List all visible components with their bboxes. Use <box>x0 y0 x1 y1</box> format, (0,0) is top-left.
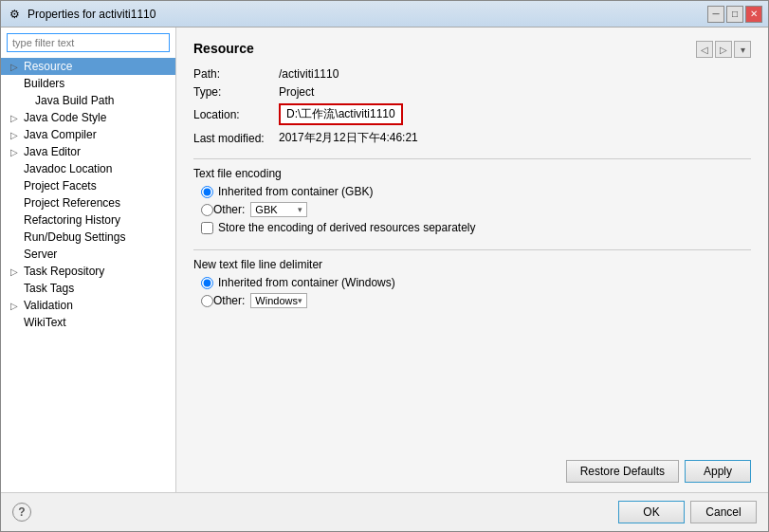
expand-arrow: ▷ <box>10 301 20 311</box>
radio-inherited-gbk-row: Inherited from container (GBK) <box>201 185 751 198</box>
last-modified-value: 2017年2月12日下午4:46:21 <box>279 130 418 146</box>
other-delimiter-label: Other: <box>213 294 245 307</box>
sidebar-item-project-references[interactable]: Project References <box>1 194 175 211</box>
line-delimiter-label: New text file line delimiter <box>193 258 751 271</box>
type-label: Type: <box>193 85 279 99</box>
expand-arrow: ▷ <box>10 113 20 123</box>
other-encoding-label: Other: <box>213 203 245 216</box>
properties-dialog: ⚙ Properties for activiti1110 ─ □ ✕ ▷ Re… <box>0 0 769 532</box>
close-button[interactable]: ✕ <box>745 6 762 23</box>
title-bar: ⚙ Properties for activiti1110 ─ □ ✕ <box>1 1 768 28</box>
radio-inherited-windows-row: Inherited from container (Windows) <box>201 276 751 289</box>
location-label: Location: <box>193 108 279 121</box>
delimiter-dropdown-arrow-icon: ▾ <box>298 296 302 305</box>
main-header: Resource ◁ ▷ ▾ <box>193 41 751 58</box>
sidebar-item-java-build-path[interactable]: Java Build Path <box>1 92 175 109</box>
type-row: Type: Project <box>193 85 751 99</box>
sidebar-item-task-repository[interactable]: ▷ Task Repository <box>1 263 175 280</box>
sidebar-item-validation[interactable]: ▷ Validation <box>1 297 175 314</box>
radio-other-delimiter[interactable] <box>201 295 213 307</box>
path-value: /activiti1110 <box>279 67 339 81</box>
main-content: Path: /activiti1110 Type: Project Locati… <box>193 67 751 483</box>
window-icon: ⚙ <box>7 7 22 22</box>
path-label: Path: <box>193 67 279 81</box>
window-title: Properties for activiti1110 <box>27 8 707 21</box>
delimiter-dropdown-value: Windows <box>255 295 298 306</box>
radio-other-encoding[interactable] <box>201 204 213 216</box>
radio-inherited-windows[interactable] <box>201 277 213 289</box>
last-modified-row: Last modified: 2017年2月12日下午4:46:21 <box>193 130 751 146</box>
cancel-button[interactable]: Cancel <box>690 501 757 523</box>
divider2 <box>193 249 751 250</box>
sidebar-item-refactoring-history[interactable]: Refactoring History <box>1 211 175 229</box>
section-title: Resource <box>193 41 254 56</box>
sidebar-item-run-debug-settings[interactable]: Run/Debug Settings <box>1 229 175 246</box>
ok-button[interactable]: OK <box>618 501 685 523</box>
other-delimiter-row: Other: Windows ▾ <box>201 293 751 308</box>
sidebar: ▷ Resource Builders Java Build Path ▷ Ja… <box>1 28 176 492</box>
back-button[interactable]: ◁ <box>696 41 713 58</box>
encoding-dropdown[interactable]: GBK ▾ <box>250 202 307 217</box>
dropdown-arrow-icon: ▾ <box>298 205 302 214</box>
action-buttons: Restore Defaults Apply <box>193 452 751 483</box>
radio-inherited-gbk-label: Inherited from container (GBK) <box>218 185 373 198</box>
expand-arrow: ▷ <box>10 266 20 277</box>
apply-button[interactable]: Apply <box>685 460 751 483</box>
sidebar-item-project-facets[interactable]: Project Facets <box>1 177 175 194</box>
text-encoding-label: Text file encoding <box>193 167 751 180</box>
main-panel: Resource ◁ ▷ ▾ Path: /activiti1110 Type:… <box>176 28 768 492</box>
expand-arrow: ▷ <box>10 130 20 140</box>
location-row: Location: D:\工作流\activiti1110 <box>193 103 751 125</box>
content-area: ▷ Resource Builders Java Build Path ▷ Ja… <box>1 28 768 492</box>
forward-button[interactable]: ▷ <box>715 41 732 58</box>
store-encoding-label: Store the encoding of derived resources … <box>218 221 476 234</box>
delimiter-dropdown[interactable]: Windows ▾ <box>250 293 307 308</box>
minimize-button[interactable]: ─ <box>707 6 724 23</box>
dialog-action-buttons: OK Cancel <box>618 501 757 523</box>
sidebar-item-java-code-style[interactable]: ▷ Java Code Style <box>1 109 175 126</box>
sidebar-item-javadoc-location[interactable]: Javadoc Location <box>1 160 175 177</box>
divider <box>193 158 751 159</box>
dropdown-nav-button[interactable]: ▾ <box>734 41 751 58</box>
type-value: Project <box>279 85 314 99</box>
dialog-bottom-bar: ? OK Cancel <box>1 492 768 531</box>
store-encoding-row: Store the encoding of derived resources … <box>201 221 751 234</box>
radio-inherited-gbk[interactable] <box>201 186 213 198</box>
window-controls: ─ □ ✕ <box>707 6 762 23</box>
tree-area: ▷ Resource Builders Java Build Path ▷ Ja… <box>1 56 175 492</box>
sidebar-item-wikitext[interactable]: WikiText <box>1 314 175 331</box>
sidebar-item-server[interactable]: Server <box>1 246 175 263</box>
sidebar-item-java-compiler[interactable]: ▷ Java Compiler <box>1 126 175 143</box>
location-value: D:\工作流\activiti1110 <box>279 103 403 125</box>
expand-arrow: ▷ <box>10 62 20 72</box>
help-button[interactable]: ? <box>12 503 31 522</box>
sidebar-item-builders[interactable]: Builders <box>1 75 175 92</box>
expand-arrow: ▷ <box>10 147 20 157</box>
store-encoding-checkbox[interactable] <box>201 222 213 234</box>
path-row: Path: /activiti1110 <box>193 67 751 81</box>
sidebar-item-task-tags[interactable]: Task Tags <box>1 280 175 297</box>
sidebar-item-java-editor[interactable]: ▷ Java Editor <box>1 143 175 160</box>
other-encoding-row: Other: GBK ▾ <box>201 202 751 217</box>
maximize-button[interactable]: □ <box>726 6 743 23</box>
search-input[interactable] <box>7 33 170 52</box>
last-modified-label: Last modified: <box>193 132 279 145</box>
radio-inherited-windows-label: Inherited from container (Windows) <box>218 276 395 289</box>
encoding-dropdown-value: GBK <box>255 204 277 215</box>
restore-defaults-button[interactable]: Restore Defaults <box>566 460 679 483</box>
sidebar-item-resource[interactable]: ▷ Resource <box>1 58 175 75</box>
nav-buttons: ◁ ▷ ▾ <box>696 41 751 58</box>
